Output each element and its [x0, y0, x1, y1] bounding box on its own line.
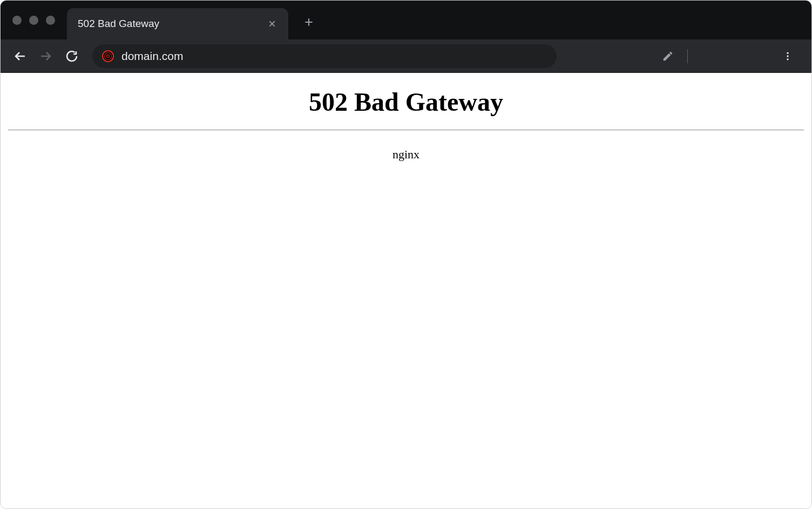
window-minimize-button[interactable]: [29, 16, 38, 25]
url-text: domain.com: [121, 50, 183, 63]
browser-chrome: 502 Bad Gateway: [1, 1, 811, 73]
toolbar-right: [657, 45, 688, 67]
window-controls: [1, 16, 55, 25]
edit-button[interactable]: [657, 45, 679, 67]
back-button[interactable]: [9, 45, 31, 67]
error-heading: 502 Bad Gateway: [8, 87, 804, 117]
svg-point-7: [787, 55, 788, 57]
site-favicon-icon: D: [102, 50, 114, 62]
toolbar-separator: [687, 49, 688, 63]
plus-icon: [303, 17, 314, 28]
reload-button[interactable]: [61, 45, 83, 67]
dots-vertical-icon: [782, 51, 793, 62]
arrow-left-icon: [13, 50, 26, 63]
tab-bar: 502 Bad Gateway: [1, 1, 811, 39]
server-name: nginx: [8, 148, 804, 162]
arrow-right-icon: [39, 50, 52, 63]
toolbar: D domain.com: [1, 39, 811, 73]
svg-point-8: [787, 58, 788, 60]
address-bar[interactable]: D domain.com: [92, 44, 557, 68]
window-close-button[interactable]: [12, 16, 22, 25]
close-icon: [268, 19, 276, 28]
window-maximize-button[interactable]: [46, 16, 55, 25]
reload-icon: [65, 50, 78, 63]
divider: [8, 130, 804, 130]
tab-title: 502 Bad Gateway: [78, 18, 267, 30]
browser-tab[interactable]: 502 Bad Gateway: [67, 8, 288, 39]
pencil-icon: [662, 50, 674, 62]
close-tab-button[interactable]: [267, 18, 278, 29]
forward-button[interactable]: [35, 45, 57, 67]
new-tab-button[interactable]: [298, 11, 320, 33]
menu-button[interactable]: [777, 45, 799, 67]
page-content: 502 Bad Gateway nginx: [1, 73, 811, 509]
svg-point-6: [787, 52, 788, 54]
